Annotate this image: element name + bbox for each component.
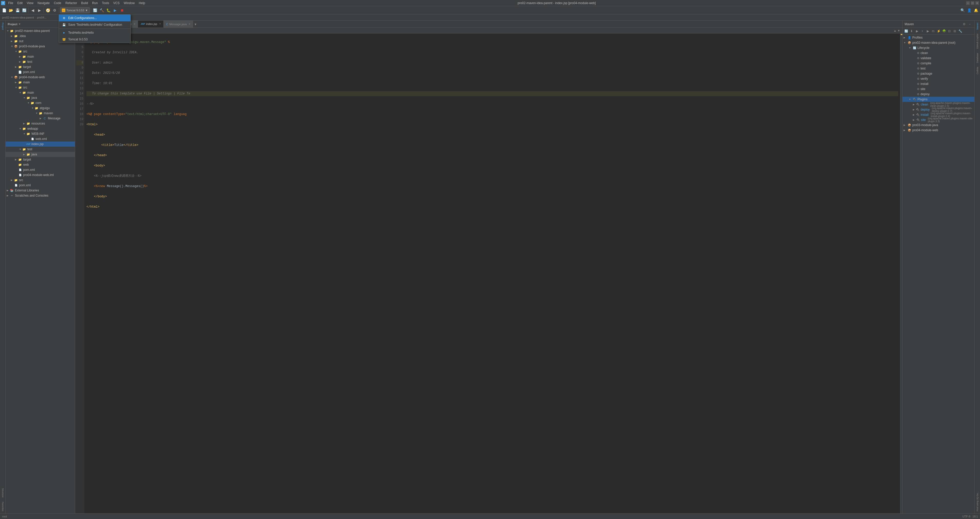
tree-item-pro03-target[interactable]: ▶ 📁 target (6, 64, 75, 70)
menu-vcs[interactable]: VCS (111, 1, 122, 5)
tree-item-com[interactable]: ▼ 📁 com (6, 100, 75, 105)
refresh-button[interactable]: 🔄 (21, 7, 27, 13)
right-tab-github-copilot[interactable]: GitHub Copilot (975, 32, 979, 51)
tree-item-pro04-src[interactable]: ▼ 📁 src (6, 85, 75, 90)
tree-item-webinf[interactable]: ▼ 📁 WEB-INF (6, 131, 75, 136)
tab-close-indexjsp[interactable]: × (159, 22, 161, 25)
maven-pro04-mod[interactable]: ▶ 📦 pro04-module-web (902, 127, 974, 133)
tree-item-pro04-target[interactable]: ▶ 📁 target (6, 157, 75, 162)
tab-project[interactable]: Project (0, 21, 6, 32)
maven-verify[interactable]: ⚙ verify (902, 76, 974, 81)
run-button[interactable]: ▶ (112, 7, 118, 13)
maven-test[interactable]: ⚙ test (902, 66, 974, 71)
menu-tools[interactable]: Tools (100, 1, 111, 5)
menu-window[interactable]: Window (122, 1, 137, 5)
maven-run2-button[interactable]: ▶ (925, 29, 930, 34)
tree-item-test-src[interactable]: ▼ 📁 test (6, 146, 75, 152)
menu-build[interactable]: Build (79, 1, 90, 5)
close-button[interactable]: × (975, 1, 979, 5)
tree-item-pro03[interactable]: ▼ 📦 pro03-module-java (6, 44, 75, 49)
tab-close-webxml[interactable]: × (134, 23, 135, 25)
maven-deploy[interactable]: ⚙ deploy (902, 92, 974, 97)
tree-item-iml[interactable]: 📄 pro04-module-web.iml (6, 172, 75, 178)
maven-plugins[interactable]: ▼ 🔌 Plugins (902, 97, 974, 102)
breadcrumb-nav-down[interactable]: ▼ (897, 29, 900, 32)
tree-item-pro03-test[interactable]: ▶ 📁 test (6, 59, 75, 64)
more-tabs-button[interactable]: ▾ (193, 22, 198, 26)
profile-button[interactable]: 👤 (966, 7, 972, 13)
navigate-button[interactable]: 🧭 (45, 7, 51, 13)
maven-validate[interactable]: ⚙ validate (902, 56, 974, 61)
tree-item-root-src[interactable]: ▶ 📁 src (6, 178, 75, 183)
tree-item-root-pom[interactable]: 📄 pom.xml (6, 183, 75, 188)
forward-button[interactable]: ▶ (36, 7, 43, 13)
maven-m-button[interactable]: m (931, 29, 936, 34)
maven-clean[interactable]: ⚙ clean (902, 51, 974, 56)
new-file-button[interactable]: 📄 (1, 7, 7, 13)
maven-plugin-install[interactable]: ▶ 🔌 install (org.apache.maven.plugins:ma… (902, 112, 974, 117)
maven-gear-button[interactable]: ⚙ (961, 22, 967, 27)
tree-item-ext-libs[interactable]: ▶ 📚 External Libraries (6, 188, 75, 193)
right-tab-maven[interactable]: Maven (975, 21, 979, 32)
status-encoding[interactable]: UTF-8 (962, 515, 970, 518)
tree-item-web[interactable]: 📁 web (6, 162, 75, 167)
breadcrumb-child[interactable]: pro04... (37, 16, 46, 19)
dropdown-item-save-config[interactable]: 💾 Save 'TestHello.testHello' Configurati… (59, 21, 130, 28)
tree-item-pro04[interactable]: ▼ 📦 pro04-module-web (6, 75, 75, 80)
maven-download-button[interactable]: ⬇ (909, 29, 914, 34)
tab-structure[interactable]: Structure (0, 486, 6, 500)
status-line-col[interactable]: 18:1 (972, 515, 978, 518)
maven-plugin-deploy[interactable]: ▶ 🔌 deploy (org.apache.maven.plugins:mav… (902, 107, 974, 112)
settings-button[interactable]: ⚙ (51, 7, 58, 13)
menu-view[interactable]: View (25, 1, 35, 5)
right-tab-jq[interactable]: Find using JQ Da... (975, 489, 979, 513)
tab-close-message[interactable]: × (189, 23, 191, 25)
debug-button[interactable]: 🐛 (105, 7, 112, 13)
maven-pro03-mod[interactable]: ▶ 📦 pro03-module-java (902, 123, 974, 127)
menu-navigate[interactable]: Navigate (35, 1, 52, 5)
right-tab-codota[interactable]: Codota (975, 65, 979, 76)
back-button[interactable]: ◀ (30, 7, 36, 13)
stop-button[interactable]: ⏹ (119, 7, 125, 13)
run-reload-button[interactable]: 🔃 (92, 7, 98, 13)
maven-expand-button[interactable]: ⊞ (952, 29, 957, 34)
maven-site[interactable]: ⚙ site (902, 86, 974, 92)
build-button[interactable]: 🔨 (99, 7, 105, 13)
maven-profiles[interactable]: ▶ 👤 Profiles (902, 35, 974, 40)
menu-help[interactable]: Help (137, 1, 147, 5)
tree-item-message[interactable]: ▶ C Message (6, 116, 75, 121)
tree-item-indexjsp[interactable]: JSP index.jsp (6, 142, 75, 146)
tab-favorites[interactable]: Favorites (0, 500, 6, 513)
search-everywhere-button[interactable]: 🔍 (959, 7, 966, 13)
tree-item-pro04-main[interactable]: ▶ 📁 main (6, 80, 75, 85)
menu-file[interactable]: File (6, 1, 15, 5)
editor-tab-indexjsp[interactable]: JSP index.jsp × (138, 21, 164, 28)
tree-item-pro04-pom[interactable]: 📄 pom.xml (6, 167, 75, 172)
dropdown-item-edit-config[interactable]: ⚙ Edit Configurations... (59, 15, 130, 21)
tree-item-pro04-src-main[interactable]: ▼ 📁 main (6, 90, 75, 95)
tree-item-webxml[interactable]: 📄 web.xml (6, 136, 75, 142)
maven-plugin-site[interactable]: ▶ 🔌 site (org.apache.maven.plugins:maven… (902, 117, 974, 123)
maven-run-button[interactable]: ▶ (915, 29, 920, 34)
menu-refactor[interactable]: Refactor (63, 1, 79, 5)
maven-package[interactable]: ⚙ package (902, 71, 974, 76)
maven-tree-button[interactable]: 🌳 (942, 29, 947, 34)
breadcrumb-root[interactable]: pro02-maven-idea-parent (2, 16, 34, 19)
maven-collapse-button[interactable]: ⊟ (947, 29, 952, 34)
maven-pro02[interactable]: ▼ 📦 pro02-maven-idea-parent (root) (902, 40, 974, 45)
right-tab-database[interactable]: Database (975, 51, 979, 65)
code-content[interactable]: <%@ page import="com.atguigu.maven.Messa… (84, 33, 900, 513)
project-dropdown-arrow[interactable]: ▼ (18, 23, 21, 25)
dropdown-item-testhello[interactable]: ▶ TestHello.testHello (59, 29, 130, 36)
breadcrumb-nav-up[interactable]: ▲ (894, 29, 896, 32)
tree-item-resources[interactable]: ▶ 📁 resources (6, 121, 75, 126)
dropdown-item-tomcat[interactable]: 🐱 Tomcat 9.0.53 (59, 36, 130, 43)
save-button[interactable]: 💾 (14, 7, 21, 13)
tree-item-atguigu[interactable]: ▼ 📁 atguigu (6, 105, 75, 111)
menu-code[interactable]: Code (52, 1, 63, 5)
maven-thread-button[interactable]: ⚡ (936, 29, 941, 34)
menu-run[interactable]: Run (90, 1, 100, 5)
maven-wrench-button[interactable]: 🔧 (958, 29, 963, 34)
menu-edit[interactable]: Edit (15, 1, 25, 5)
maven-compile[interactable]: ⚙ compile (902, 61, 974, 66)
